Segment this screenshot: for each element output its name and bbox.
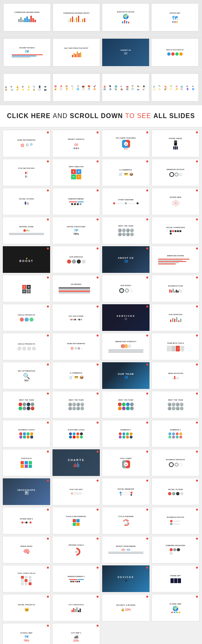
slide-key-solutions[interactable]: Key Solutions (52, 304, 100, 331)
slide-social-mgr[interactable]: Social Manager (102, 478, 150, 505)
slide-dot (47, 480, 49, 482)
click-banner[interactable]: CLICK HERE AND SCROLL DOWN TO SEE ALL SL… (0, 105, 202, 127)
slide-circle-products[interactable]: Circle Products (2, 304, 50, 331)
slide-title: Key Solutions (69, 315, 84, 317)
slide-city-stats[interactable]: City Statistics (52, 594, 100, 621)
slide-ecommerce2[interactable]: E-Commerce 🛒 💳 📦 (52, 362, 100, 389)
slide-platform-logos[interactable]: Platform Logos (52, 420, 100, 447)
slide-inferno[interactable]: Inferno Guide (2, 217, 50, 244)
slide-dot (47, 305, 49, 307)
slide-phone-usage[interactable]: Phone Usage 📱 (152, 130, 200, 157)
slide-about-us[interactable]: ABOUT US 👥 (102, 246, 150, 273)
slide-title: Meet The Team (168, 399, 183, 401)
banner-item-production[interactable]: HALF YEAR PRODUCTION REPORT (53, 38, 100, 66)
slide-ecommerce[interactable]: E-Commerce 🛒 💳 📦 (102, 159, 150, 186)
slide-meet-team4[interactable]: Meet The Team (102, 391, 150, 418)
slide-numbers2[interactable]: Numbers 2 (152, 420, 200, 447)
slide-meet-team3[interactable]: Meet The Team (52, 391, 100, 418)
slide-cycle[interactable]: Cycle Diagram (102, 507, 150, 534)
slide-swot[interactable]: SWOT Analysis S W O T (52, 159, 100, 186)
slide-five-tips-seo[interactable]: Five Tips SEO ⚙ (52, 478, 100, 505)
to-see-text: TO SEE (125, 112, 154, 119)
svg-text:89: 89 (125, 143, 127, 145)
slide-strategies-social[interactable]: Social Strategies (152, 217, 200, 244)
slide-seo[interactable]: SEO Optimization 🔍 SEO (2, 362, 50, 389)
banner-item-4[interactable]: EUROPE MAP 🗺 (151, 3, 199, 31)
slide-security[interactable]: Security & Affairs 🔒 23% (102, 594, 150, 621)
slide-social-filters2[interactable]: Social Filters (152, 478, 200, 505)
slide-dot (196, 480, 198, 482)
slide-boost[interactable]: ⚡ BOOST (2, 246, 50, 273)
banner-item-1[interactable]: COMPARISON DIAGRAM GRAPH (3, 3, 51, 31)
slide-spider-web2[interactable]: Spider Web 2 (2, 507, 50, 534)
slide-keywords[interactable]: Keywords (52, 275, 100, 302)
slide-meet-team2[interactable]: Meet The Team (2, 391, 50, 418)
slide-gear-infographic[interactable]: Gear Infographic ⚙ ⚙ ⚙ (2, 130, 50, 157)
slide-swot2[interactable]: S W O T (2, 275, 50, 302)
svg-marker-7 (175, 202, 177, 204)
slide-dot (47, 393, 49, 395)
banner-item-contact[interactable]: CONTACT US ✉ (102, 38, 149, 66)
slide-our-robot[interactable]: Our Robot (102, 275, 150, 302)
slide-dot (146, 160, 148, 162)
slide-charts[interactable]: CHARTS (52, 449, 100, 476)
slide-biz-services[interactable]: Business Services (152, 449, 200, 476)
slide-team-extra[interactable]: Meet The Team (152, 391, 200, 418)
slide-dot (47, 596, 49, 598)
slide-our-services3[interactable]: Our Services (152, 304, 200, 331)
slide-circle-great-products[interactable]: Circle Products (2, 333, 50, 360)
slide-portfolio[interactable]: Portfolio (2, 449, 50, 476)
slide-dot (196, 364, 198, 366)
slide-inferno-goals[interactable]: Inferno Goals 23% (52, 536, 100, 563)
slide-mgr-devices[interactable]: Manager Devices (152, 159, 200, 186)
slide-school-map[interactable]: School Map 🗺 76% (2, 623, 50, 644)
slide-services[interactable]: SERVICES ⚙ (102, 304, 150, 331)
slide-our-team[interactable]: OUR TEAM 👥 (102, 362, 150, 389)
slide-biz-logos[interactable]: Business Logos (2, 420, 50, 447)
slide-hear-devotion[interactable]: Hear Devotion (152, 362, 200, 389)
slide-diamond-hex[interactable]: Diamond Hexagons (152, 536, 200, 563)
slide-phone-career[interactable]: Phone App (152, 565, 200, 592)
banner-item-3[interactable]: ASSISTED BY DESIGN 🌍 (102, 3, 149, 31)
slide-cool-stats[interactable]: Cool Stats Cells (2, 565, 50, 592)
slide-infinity-shuffle[interactable]: Infinity Shuffle ∞ (52, 130, 100, 157)
slide-team-tools[interactable]: Team With Tools ✓ (152, 333, 200, 360)
slide-title: Pie Chart Features (116, 137, 136, 139)
slide-title: Team With Tools (167, 342, 184, 344)
icons-4: 🔬🔭💊🌱 🌸🌊❄☀ 🌙⛅🌈⚡ 🔑🎠🔮🌀 (151, 73, 199, 102)
slide-title: Meet The Team (118, 399, 133, 401)
slide-infinity2[interactable]: Infinity Benchmark (102, 536, 150, 563)
slide-infograps[interactable]: INFOGRAPS 📊 (2, 478, 50, 505)
slide-pie-chart[interactable]: Pie Chart Features 89 89 % (102, 130, 150, 157)
slide-global-map[interactable]: Global Map 🌍 (152, 594, 200, 621)
slide-biz-photos[interactable]: Business Photos (152, 507, 200, 534)
slide-event-diagram[interactable]: Event Diagram (102, 188, 150, 215)
slide-our-services[interactable]: Our Services (52, 246, 100, 273)
banner-item-usa[interactable]: USA MAP EDITABLE 🗺 (3, 38, 51, 66)
slide-social-projects[interactable]: Social Projects 🐱 (2, 594, 50, 621)
slide-puzzle[interactable]: Puzzle Infographic (52, 507, 100, 534)
slide-strategies-mkt[interactable]: Marketing Strategy (102, 333, 150, 360)
slide-biz-plan[interactable]: Business Plan (152, 275, 200, 302)
slide-devices[interactable]: DEVICES 📱 (102, 565, 150, 592)
slide-brainstorm[interactable]: Brainstorming (52, 188, 100, 215)
slide-brain-ideas[interactable]: Brain Ideas 🧠 (2, 536, 50, 563)
slide-numbers1[interactable]: Numbers 1 (102, 420, 150, 447)
slide-american-shows[interactable]: American Shows (152, 246, 200, 273)
slide-dot (97, 451, 99, 453)
slide-dot (146, 422, 148, 424)
slide-gear-infographic2[interactable]: Gear Infographic ⚙ ⚙ ⚙ ⚙ (52, 333, 100, 360)
banner-item-2[interactable]: COMPARISON DIAGRAM GROUPS (53, 3, 100, 31)
slide-title: Five Tips SEO (69, 488, 82, 490)
slide-charts-title: CHARTS (68, 459, 84, 461)
slide-brainstorm2[interactable]: Brainstorming 2 (52, 565, 100, 592)
slide-meet-team[interactable]: Meet The Team (102, 217, 150, 244)
slide-cool-chart[interactable]: Cool Chart 89 (102, 449, 150, 476)
slide-five-factor-seo[interactable]: Five Factor SEO (2, 159, 50, 186)
slide-usa-map[interactable]: United States Map 🗺 76% (52, 217, 100, 244)
slide-social-filters[interactable]: Social Filters (2, 188, 50, 215)
slide-spider-web[interactable]: Spider Web (152, 188, 200, 215)
slide-city-map2[interactable]: City Map 2 🏙 23% (52, 623, 100, 644)
slide-title: Manager Devices (167, 168, 185, 170)
banner-item-keepintouch[interactable]: KEEP IN TOUCH WITH US (151, 38, 199, 66)
